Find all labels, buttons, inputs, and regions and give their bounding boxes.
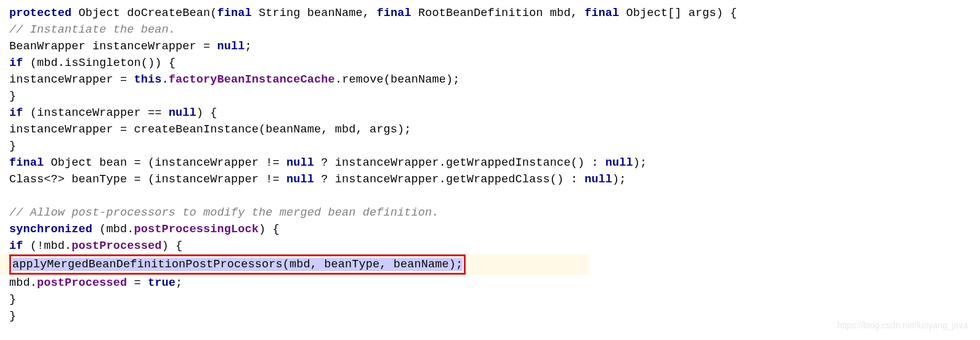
code: . (162, 73, 169, 86)
brace: } (9, 293, 16, 306)
kw-null: null (286, 173, 314, 186)
code: (mbd.isSingleton()) { (23, 57, 176, 70)
code: Class<?> beanType = (instanceWrapper != (9, 173, 286, 186)
kw-null: null (286, 156, 314, 169)
code: ? instanceWrapper.getWrappedInstance() : (314, 156, 605, 169)
code-line: } (9, 138, 971, 155)
code: instanceWrapper = createBeanInstance(bea… (9, 123, 411, 136)
code: (!mbd. (23, 240, 72, 253)
kw-final: final (9, 156, 44, 169)
code: (instanceWrapper == (23, 107, 169, 119)
code: ) { (162, 240, 183, 253)
code-line: protected Object doCreateBean(final Stri… (9, 5, 971, 22)
brace: } (9, 90, 16, 103)
code-line: instanceWrapper = createBeanInstance(bea… (9, 121, 971, 138)
code: BeanWrapper instanceWrapper = (9, 40, 217, 53)
code-line: } (9, 308, 971, 325)
blank-line (9, 188, 971, 204)
watermark: https://blog.csdn.net/luoyang_java (837, 317, 968, 330)
kw-true: true (148, 277, 176, 289)
code: ); (612, 173, 626, 186)
code: Object doCreateBean( (71, 7, 217, 20)
code: ; (176, 277, 182, 289)
kw-final: final (376, 7, 411, 20)
kw-if: if (9, 107, 23, 119)
code-line: } (9, 88, 971, 105)
code-line: BeanWrapper instanceWrapper = null; (9, 38, 971, 55)
kw-final: final (585, 7, 619, 20)
member-field: postProcessed (37, 277, 127, 289)
code: mbd. (9, 277, 37, 289)
code: RootBeanDefinition mbd, (411, 7, 585, 20)
kw-synchronized: synchronized (9, 223, 92, 236)
highlighted-line: applyMergedBeanDefinitionPostProcessors(… (9, 254, 971, 275)
kw-protected: protected (9, 7, 71, 20)
code: (mbd. (92, 223, 134, 236)
code: ? instanceWrapper.getWrappedClass() : (314, 173, 585, 186)
code-line: if (instanceWrapper == null) { (9, 105, 971, 121)
brace: } (9, 310, 16, 323)
code: Object bean = (instanceWrapper != (44, 156, 286, 169)
code-line: if (mbd.isSingleton()) { (9, 55, 971, 71)
member-field: postProcessed (71, 240, 161, 253)
red-box-annotation: applyMergedBeanDefinitionPostProcessors(… (9, 254, 466, 275)
code-line: if (!mbd.postProcessed) { (9, 238, 971, 254)
code-line: Class<?> beanType = (instanceWrapper != … (9, 171, 971, 188)
code-line: synchronized (mbd.postProcessingLock) { (9, 221, 971, 238)
member-field: postProcessingLock (134, 223, 259, 236)
code-line: instanceWrapper = this.factoryBeanInstan… (9, 71, 971, 88)
code-line: final Object bean = (instanceWrapper != … (9, 155, 971, 171)
code: ) { (259, 223, 280, 236)
code-line: // Instantiate the bean. (9, 22, 971, 38)
comment: // Allow post-processors to modify the m… (9, 206, 439, 219)
kw-if: if (9, 57, 23, 70)
kw-null: null (169, 107, 196, 119)
kw-if: if (9, 240, 23, 253)
code-block: protected Object doCreateBean(final Stri… (9, 5, 971, 325)
code-line: // Allow post-processors to modify the m… (9, 204, 971, 221)
code: = (127, 277, 148, 289)
code: Object[] args) { (619, 7, 737, 20)
kw-this: this (134, 73, 162, 86)
comment: // Instantiate the bean. (9, 23, 176, 36)
code: ); (633, 156, 647, 169)
member-field: factoryBeanInstanceCache (169, 73, 335, 86)
code: ; (245, 40, 252, 53)
kw-null: null (605, 156, 633, 169)
code-line: mbd.postProcessed = true; (9, 275, 971, 291)
kw-null: null (585, 173, 612, 186)
code-line: } (9, 291, 971, 308)
code: String beanName, (252, 7, 377, 20)
code: .remove(beanName); (335, 73, 460, 86)
brace: } (9, 140, 16, 153)
kw-null: null (217, 40, 245, 53)
kw-final: final (217, 7, 252, 20)
code: ) { (196, 107, 217, 119)
code: instanceWrapper = (9, 73, 134, 86)
selection: applyMergedBeanDefinitionPostProcessors(… (12, 258, 463, 271)
